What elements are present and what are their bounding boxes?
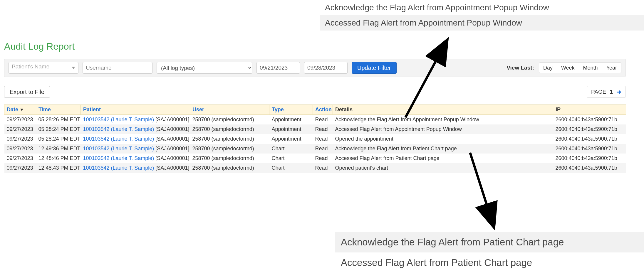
cell-details: Opened patient's chart [333,163,553,173]
cell-date: 09/27/2023 [4,144,36,154]
col-ip: IP [553,105,626,115]
view-last-group: Day Week Month Year [539,63,621,73]
callout-bottom-line1: Acknowledge the Flag Alert from Patient … [335,232,644,252]
view-last-day[interactable]: Day [539,63,557,73]
table-header-row: Date Time Patient User Type Action Detai… [4,105,626,115]
callout-bottom-line2: Accessed Flag Alert from Patient Chart p… [335,252,644,273]
pagination: PAGE 1 ➜ [587,86,626,98]
sort-desc-icon [20,109,23,111]
cell-details: Opened the appointment [333,134,553,144]
chevron-down-icon [72,67,75,69]
col-user[interactable]: User [190,105,269,115]
cell-details: Accessed Flag Alert from Patient Chart p… [333,154,553,163]
cell-action: Read [313,115,333,125]
patient-link[interactable]: 100103542 (Laurie T. Sample) [83,165,154,171]
patient-link[interactable]: 100103542 (Laurie T. Sample) [83,117,154,122]
cell-user: 258700 (sampledoctormd) [190,144,269,154]
cell-ip: 2600:4040:b43a:5900:71b [553,124,626,134]
user-id: 258700 [192,136,210,142]
toolbar-secondary: Export to File PAGE 1 ➜ [4,85,626,99]
user-name: (sampledoctormd) [212,117,254,122]
cell-date: 09/27/2023 [4,163,36,173]
patient-code: [SAJA000001] [155,165,189,171]
cell-details: Acknowledge the Flag Alert from Patient … [333,144,553,154]
page-number: 1 [610,89,613,95]
user-name: (sampledoctormd) [212,126,254,132]
user-id: 258700 [192,146,210,151]
view-last-week[interactable]: Week [557,63,579,73]
col-type[interactable]: Type [269,105,313,115]
col-time[interactable]: Time [36,105,81,115]
cell-type: Chart [269,163,313,173]
user-id: 258700 [192,126,210,132]
table-row: 09/27/202305:28:26 PM EDT100103542 (Laur… [4,115,626,125]
table-row: 09/27/202312:48:43 PM EDT100103542 (Laur… [4,163,626,173]
log-type-select[interactable]: (All log types) [157,62,252,74]
patient-code: [SAJA000001] [155,136,189,142]
page-title: Audit Log Report [4,41,75,52]
col-date-label: Date [7,107,18,112]
cell-date: 09/27/2023 [4,154,36,163]
patient-link[interactable]: 100103542 (Laurie T. Sample) [83,126,154,132]
cell-user: 258700 (sampledoctormd) [190,124,269,134]
cell-time: 05:28:26 PM EDT [36,115,81,125]
patient-code: [SAJA000001] [155,126,189,132]
patient-name-input[interactable]: Patient's Name [9,62,78,74]
end-date-input[interactable] [304,62,348,74]
cell-patient: 100103542 (Laurie T. Sample) [SAJA000001… [81,115,190,125]
table-row: 09/27/202305:28:24 PM EDT100103542 (Laur… [4,134,626,144]
cell-patient: 100103542 (Laurie T. Sample) [SAJA000001… [81,144,190,154]
cell-patient: 100103542 (Laurie T. Sample) [SAJA000001… [81,124,190,134]
cell-details: Accessed Flag Alert from Appointment Pop… [333,124,553,134]
cell-ip: 2600:4040:b43a:5900:71b [553,144,626,154]
view-last-month[interactable]: Month [579,63,602,73]
cell-type: Chart [269,154,313,163]
table-row: 09/27/202305:28:24 PM EDT100103542 (Laur… [4,124,626,134]
user-name: (sampledoctormd) [212,155,254,161]
user-name: (sampledoctormd) [212,146,254,151]
patient-code: [SAJA000001] [155,117,189,122]
next-page-icon[interactable]: ➜ [616,88,621,95]
col-patient[interactable]: Patient [81,105,190,115]
start-date-input[interactable] [256,62,300,74]
cell-ip: 2600:4040:b43a:5900:71b [553,134,626,144]
cell-action: Read [313,134,333,144]
callout-bottom: Acknowledge the Flag Alert from Patient … [335,232,644,273]
cell-patient: 100103542 (Laurie T. Sample) [SAJA000001… [81,154,190,163]
callout-top-line2: Accessed Flag Alert from Appointment Pop… [320,15,644,31]
cell-details: Acknowledge the Flag Alert from Appointm… [333,115,553,125]
cell-time: 12:48:46 PM EDT [36,154,81,163]
cell-user: 258700 (sampledoctormd) [190,134,269,144]
user-id: 258700 [192,117,210,122]
cell-type: Appointment [269,124,313,134]
patient-link[interactable]: 100103542 (Laurie T. Sample) [83,136,154,142]
patient-link[interactable]: 100103542 (Laurie T. Sample) [83,155,154,161]
table-row: 09/27/202312:49:36 PM EDT100103542 (Laur… [4,144,626,154]
cell-action: Read [313,144,333,154]
cell-action: Read [313,163,333,173]
cell-action: Read [313,154,333,163]
user-id: 258700 [192,155,210,161]
view-last-year[interactable]: Year [602,63,621,73]
cell-date: 09/27/2023 [4,115,36,125]
col-details: Details [333,105,553,115]
username-input[interactable] [83,62,152,74]
cell-date: 09/27/2023 [4,134,36,144]
update-filter-button[interactable]: Update Filter [352,62,397,74]
cell-date: 09/27/2023 [4,124,36,134]
patient-code: [SAJA000001] [155,155,189,161]
patient-link[interactable]: 100103542 (Laurie T. Sample) [83,146,154,151]
user-id: 258700 [192,165,210,171]
col-action[interactable]: Action [313,105,333,115]
audit-log-table: Date Time Patient User Type Action Detai… [4,105,626,173]
cell-type: Appointment [269,115,313,125]
col-date[interactable]: Date [4,105,36,115]
export-button[interactable]: Export to File [4,86,50,98]
cell-time: 05:28:24 PM EDT [36,124,81,134]
cell-ip: 2600:4040:b43a:5900:71b [553,115,626,125]
user-name: (sampledoctormd) [212,136,254,142]
cell-type: Appointment [269,134,313,144]
cell-user: 258700 (sampledoctormd) [190,115,269,125]
filter-bar: Patient's Name (All log types) Update Fi… [4,59,626,77]
table-row: 09/27/202312:48:46 PM EDT100103542 (Laur… [4,154,626,163]
